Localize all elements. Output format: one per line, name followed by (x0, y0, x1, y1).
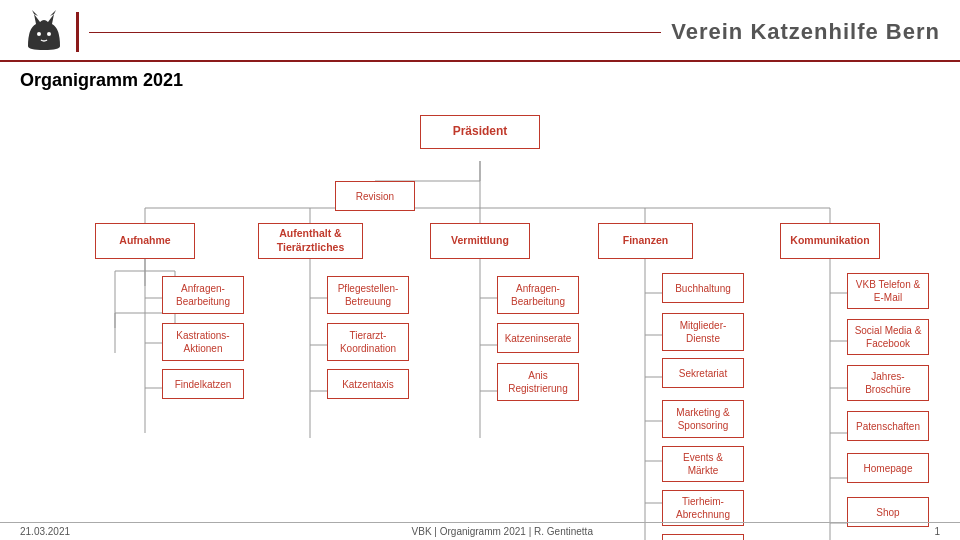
box-aufnahme: Aufnahme (95, 223, 195, 259)
box-mitglieder-dienste: Mitglieder-Dienste (662, 313, 744, 351)
box-findelkatzen: Findelkatzen (162, 369, 244, 399)
box-pflegestellen-betreuung: Pflegestellen-Betreuung (327, 276, 409, 314)
box-jahres-broschuere: Jahres-Broschüre (847, 365, 929, 401)
footer-page: 1 (934, 526, 940, 537)
chart-area: Präsident Revision Aufnahme Aufenthalt &… (0, 93, 960, 540)
box-vkb-telefon: VKB Telefon & E-Mail (847, 273, 929, 309)
box-buchhaltung: Buchhaltung (662, 273, 744, 303)
footer-center: VBK | Organigramm 2021 | R. Gentinetta (412, 526, 593, 537)
box-patenschaften: Patenschaften (847, 411, 929, 441)
box-katzeninserate: Katzeninserate (497, 323, 579, 353)
box-katzentaxis: Katzentaxis (327, 369, 409, 399)
logo-area (20, 8, 79, 56)
header: Verein Katzenhilfe Bern (0, 0, 960, 62)
box-revision: Revision (335, 181, 415, 211)
footer-date: 21.03.2021 (20, 526, 70, 537)
box-anfragen-bearbeitung-l: Anfragen-Bearbeitung (162, 276, 244, 314)
box-kastrations-aktionen: Kastrations-Aktionen (162, 323, 244, 361)
box-anis-registrierung: Anis Registrierung (497, 363, 579, 401)
box-vermittlung: Vermittlung (430, 223, 530, 259)
svg-point-0 (37, 32, 41, 36)
connectors-svg (0, 93, 960, 540)
box-sekretariat: Sekretariat (662, 358, 744, 388)
box-homepage: Homepage (847, 453, 929, 483)
box-events-maerkte: Events & Märkte (662, 446, 744, 482)
box-social-media-facebook: Social Media & Facebook (847, 319, 929, 355)
page-title: Organigramm 2021 (0, 62, 960, 93)
footer: 21.03.2021 VBK | Organigramm 2021 | R. G… (0, 522, 960, 540)
box-tierarzt-koordination: Tierarzt-Koordination (327, 323, 409, 361)
svg-point-1 (47, 32, 51, 36)
box-marketing-sponsoring: Marketing & Sponsoring (662, 400, 744, 438)
org-title: Verein Katzenhilfe Bern (671, 19, 940, 45)
box-finanzen: Finanzen (598, 223, 693, 259)
box-anfragen-bearbeitung-r: Anfragen-Bearbeitung (497, 276, 579, 314)
box-kommunikation: Kommunikation (780, 223, 880, 259)
box-aufenthalt: Aufenthalt & Tierärztliches (258, 223, 363, 259)
box-tierheim-abrechnung: Tierheim-Abrechnung (662, 490, 744, 526)
box-praesident: Präsident (420, 115, 540, 149)
cat-logo (20, 8, 68, 56)
header-line (89, 32, 661, 33)
